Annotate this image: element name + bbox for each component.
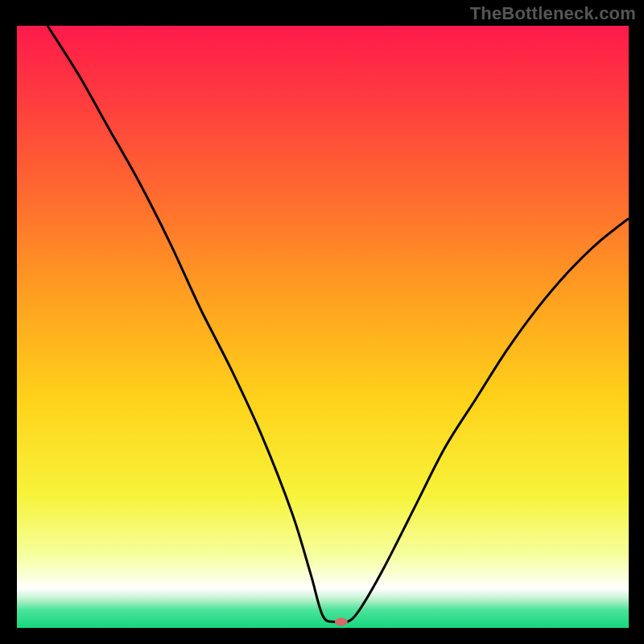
- bottleneck-chart: [17, 26, 629, 628]
- gradient-background: [17, 26, 629, 628]
- plot-area: [17, 26, 629, 628]
- chart-frame: TheBottleneck.com: [0, 0, 644, 644]
- optimal-point-marker: [335, 618, 348, 626]
- attribution-label: TheBottleneck.com: [470, 3, 636, 24]
